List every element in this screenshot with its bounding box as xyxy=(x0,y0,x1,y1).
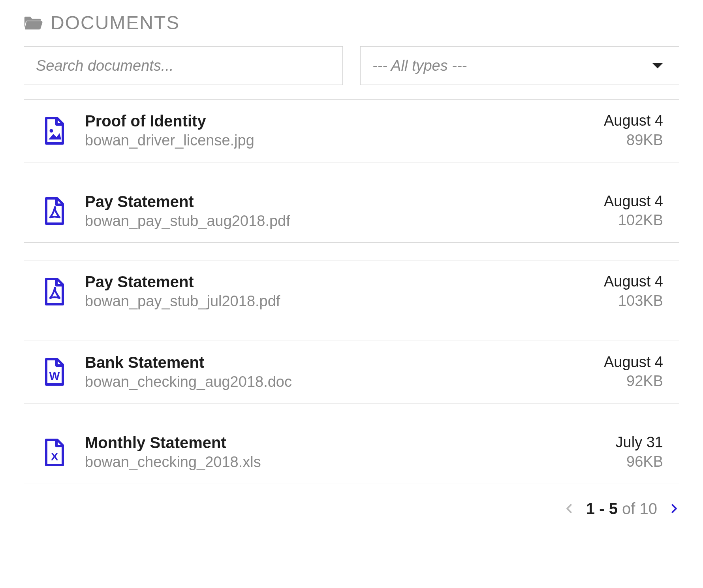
document-title: Monthly Statement xyxy=(85,433,598,452)
document-filename: bowan_driver_license.jpg xyxy=(85,131,586,150)
document-row[interactable]: Proof of Identity bowan_driver_license.j… xyxy=(24,99,679,162)
folder-open-icon xyxy=(24,15,43,30)
document-filename: bowan_checking_aug2018.doc xyxy=(85,373,586,392)
file-excel-icon xyxy=(41,437,68,468)
document-info: Pay Statement bowan_pay_stub_jul2018.pdf xyxy=(85,272,586,311)
document-meta: August 4 92KB xyxy=(604,353,663,391)
document-size: 96KB xyxy=(616,452,663,471)
search-input[interactable] xyxy=(24,46,343,85)
document-title: Proof of Identity xyxy=(85,111,586,130)
document-date: August 4 xyxy=(604,192,663,211)
document-row[interactable]: Bank Statement bowan_checking_aug2018.do… xyxy=(24,341,679,404)
document-size: 103KB xyxy=(604,292,663,311)
page-range: 1 - 5 xyxy=(586,500,618,517)
type-filter-select[interactable]: --- All types --- xyxy=(360,46,679,85)
file-pdf-icon xyxy=(41,276,68,307)
prev-page-button xyxy=(564,501,575,516)
document-meta: August 4 89KB xyxy=(604,112,663,149)
document-size: 92KB xyxy=(604,372,663,391)
page-range-text: 1 - 5 of 10 xyxy=(586,500,657,518)
document-date: August 4 xyxy=(604,353,663,371)
caret-down-icon xyxy=(652,63,663,68)
document-info: Monthly Statement bowan_checking_2018.xl… xyxy=(85,433,598,472)
document-title: Bank Statement xyxy=(85,353,586,372)
document-title: Pay Statement xyxy=(85,272,586,291)
document-row[interactable]: Pay Statement bowan_pay_stub_aug2018.pdf… xyxy=(24,180,679,243)
document-meta: August 4 103KB xyxy=(604,273,663,310)
document-filename: bowan_pay_stub_aug2018.pdf xyxy=(85,212,586,231)
document-date: August 4 xyxy=(604,273,663,291)
document-size: 102KB xyxy=(604,211,663,230)
page-title: DOCUMENTS xyxy=(51,12,180,34)
document-list: Proof of Identity bowan_driver_license.j… xyxy=(24,99,679,484)
document-row[interactable]: Monthly Statement bowan_checking_2018.xl… xyxy=(24,421,679,484)
document-filename: bowan_checking_2018.xls xyxy=(85,453,598,472)
document-info: Proof of Identity bowan_driver_license.j… xyxy=(85,111,586,150)
file-pdf-icon xyxy=(41,195,68,227)
page-header: DOCUMENTS xyxy=(24,12,679,34)
document-info: Bank Statement bowan_checking_aug2018.do… xyxy=(85,353,586,392)
file-image-icon xyxy=(41,115,68,147)
pagination: 1 - 5 of 10 xyxy=(24,500,679,518)
document-meta: August 4 102KB xyxy=(604,192,663,230)
next-page-button[interactable] xyxy=(668,501,679,516)
document-date: July 31 xyxy=(616,433,663,452)
page-total: 10 xyxy=(640,500,658,517)
chevron-right-icon xyxy=(668,501,679,516)
page-of-label: of xyxy=(618,500,640,517)
type-filter-selected: --- All types --- xyxy=(372,57,467,74)
document-filename: bowan_pay_stub_jul2018.pdf xyxy=(85,292,586,311)
document-date: August 4 xyxy=(604,112,663,130)
chevron-left-icon xyxy=(564,501,575,516)
document-row[interactable]: Pay Statement bowan_pay_stub_jul2018.pdf… xyxy=(24,260,679,323)
document-size: 89KB xyxy=(604,131,663,150)
document-meta: July 31 96KB xyxy=(616,433,663,471)
document-title: Pay Statement xyxy=(85,192,586,211)
document-info: Pay Statement bowan_pay_stub_aug2018.pdf xyxy=(85,192,586,231)
file-word-icon xyxy=(41,356,68,388)
